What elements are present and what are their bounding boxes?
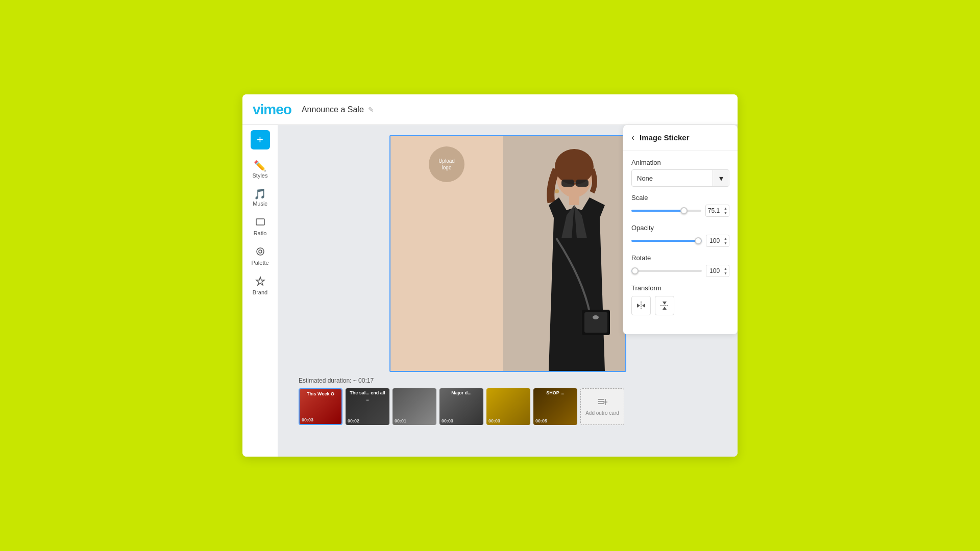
canvas-right: SUPER SALE (503, 136, 625, 371)
ratio-icon (255, 217, 265, 229)
sidebar-item-music[interactable]: 🎵 Music (242, 184, 278, 212)
rotate-value-display: 100 ▲ ▼ (706, 265, 729, 277)
left-sidebar: + ✏️ Styles 🎵 Music Ratio (242, 125, 278, 457)
scale-slider-track[interactable] (631, 210, 701, 212)
opacity-slider-thumb[interactable] (695, 237, 702, 244)
rotate-slider-thumb[interactable] (631, 267, 639, 274)
panel-title: Image Sticker (640, 133, 690, 142)
clip-thumb-4: Major d... 00:03 (439, 388, 483, 425)
scale-control: Scale 75.1 ▲ ▼ (631, 194, 729, 217)
scale-arrows[interactable]: ▲ ▼ (722, 206, 729, 215)
clip-3[interactable]: 00:01 (393, 388, 436, 425)
scale-arrow-down[interactable]: ▼ (722, 211, 729, 215)
clip-4-duration: 00:03 (442, 418, 453, 423)
transform-section: Transform (631, 284, 729, 315)
animation-control: Animation None ▾ (631, 159, 729, 187)
clip-1-label: This Week O (302, 391, 339, 397)
clip-thumb-3: 00:01 (393, 388, 436, 425)
clip-thumb-2: The sal... end all ... 00:02 (346, 388, 389, 425)
clip-4[interactable]: Major d... 00:03 (439, 388, 483, 425)
sidebar-item-ratio[interactable]: Ratio (242, 212, 278, 241)
dropdown-arrow-icon[interactable]: ▾ (713, 170, 729, 186)
upload-logo-line1: Upload (438, 158, 455, 164)
rotate-slider-row: 100 ▲ ▼ (631, 265, 729, 277)
rotate-slider-track[interactable] (631, 270, 702, 272)
edit-icon[interactable]: ✎ (368, 106, 374, 114)
canvas: Upload logo SUPER SALE (390, 136, 625, 371)
svg-rect-7 (561, 180, 574, 187)
animation-label: Animation (631, 159, 729, 166)
sidebar-item-brand-label: Brand (253, 289, 267, 295)
clip-2-label: The sal... end all ... (348, 390, 387, 402)
add-button[interactable]: + (251, 130, 270, 149)
upload-logo-button[interactable]: Upload logo (429, 146, 464, 182)
project-title-text: Announce a Sale (302, 105, 364, 114)
svg-marker-22 (642, 304, 645, 308)
back-button[interactable]: ‹ (631, 132, 634, 143)
clip-2-duration: 00:02 (348, 418, 359, 423)
clip-thumb-1: This Week O 00:03 (300, 389, 341, 424)
rotate-arrows[interactable]: ▲ ▼ (722, 266, 729, 276)
clip-thumb-5: 00:03 (486, 388, 530, 425)
clip-6-label: SHOP ... (535, 390, 575, 396)
sidebar-item-music-label: Music (253, 201, 267, 207)
rotate-arrow-up[interactable]: ▲ (722, 266, 729, 271)
upload-logo-line2: logo (442, 164, 452, 171)
svg-point-13 (593, 315, 599, 319)
sidebar-item-styles[interactable]: ✏️ Styles (242, 156, 278, 184)
svg-marker-25 (663, 307, 667, 310)
scale-slider-thumb[interactable] (680, 207, 688, 214)
clip-thumb-6: SHOP ... 00:05 (533, 388, 577, 425)
scale-slider-row: 75.1 ▲ ▼ (631, 205, 729, 217)
flip-horizontal-button[interactable] (631, 296, 651, 315)
panel-header: ‹ Image Sticker (623, 125, 738, 151)
panel-body: Animation None ▾ Scale 75.1 (623, 151, 738, 323)
clip-1-duration: 00:03 (302, 417, 313, 422)
clip-5-duration: 00:03 (488, 418, 500, 423)
opacity-value-display: 100 ▲ ▼ (706, 235, 729, 247)
add-outro-icon (597, 398, 607, 408)
clip-5[interactable]: 00:03 (486, 388, 530, 425)
canvas-wrapper[interactable]: Upload logo SUPER SALE (389, 135, 626, 372)
svg-rect-12 (584, 312, 607, 333)
sidebar-item-ratio-label: Ratio (254, 230, 267, 236)
svg-point-2 (259, 250, 262, 253)
estimated-duration: Estimated duration: ~ 00:17 (299, 377, 717, 384)
canvas-left: Upload logo (390, 136, 503, 371)
rotate-label: Rotate (631, 254, 729, 262)
animation-dropdown[interactable]: None ▾ (631, 169, 729, 187)
svg-point-6 (555, 149, 594, 185)
opacity-slider-track[interactable] (631, 240, 702, 242)
brand-icon (255, 276, 265, 288)
svg-rect-0 (256, 219, 264, 225)
rotate-arrow-down[interactable]: ▼ (722, 271, 729, 276)
scale-slider-fill (631, 210, 684, 212)
header: vimeo Announce a Sale ✎ (242, 94, 738, 125)
vimeo-logo: vimeo (253, 102, 291, 118)
opacity-arrow-up[interactable]: ▲ (722, 236, 729, 241)
svg-point-14 (555, 189, 559, 193)
clip-6-duration: 00:05 (535, 418, 547, 423)
rotate-value-num: 100 (706, 267, 722, 274)
opacity-slider-row: 100 ▲ ▼ (631, 235, 729, 247)
sidebar-item-palette[interactable]: Palette (242, 241, 278, 271)
clip-6[interactable]: SHOP ... 00:05 (533, 388, 577, 425)
flip-vertical-button[interactable] (655, 296, 674, 315)
opacity-value-num: 100 (706, 237, 722, 244)
clip-2[interactable]: The sal... end all ... 00:02 (346, 388, 389, 425)
app-window: vimeo Announce a Sale ✎ + ✏️ Styles 🎵 Mu… (242, 94, 738, 457)
palette-icon (255, 246, 265, 258)
add-outro-label: Add outro card (585, 410, 619, 416)
add-outro-button[interactable]: Add outro card (580, 388, 624, 425)
opacity-arrows[interactable]: ▲ ▼ (722, 236, 729, 245)
opacity-slider-fill (631, 240, 702, 242)
clip-1[interactable]: This Week O 00:03 (299, 388, 342, 425)
scale-arrow-up[interactable]: ▲ (722, 206, 729, 211)
project-title: Announce a Sale ✎ (302, 105, 374, 114)
sidebar-item-brand[interactable]: Brand (242, 271, 278, 300)
transform-buttons (631, 296, 729, 315)
scale-label: Scale (631, 194, 729, 202)
transform-label: Transform (631, 284, 729, 292)
opacity-arrow-down[interactable]: ▼ (722, 241, 729, 245)
sidebar-item-palette-label: Palette (251, 260, 268, 266)
